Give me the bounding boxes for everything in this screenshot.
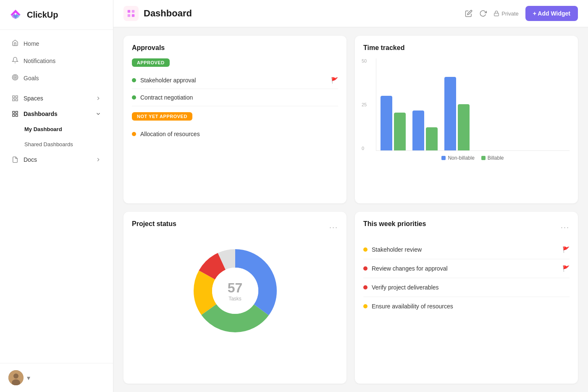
dashboards-chevron-icon — [95, 111, 101, 117]
home-icon — [12, 39, 18, 48]
approval-left-allocation: Allocation of resources — [132, 131, 200, 137]
y-label-25: 25 — [362, 102, 367, 107]
priority-dot-3 — [363, 304, 368, 308]
sidebar-item-home[interactable]: Home — [3, 35, 110, 52]
y-label-0: 0 — [362, 146, 367, 151]
donut-center: 57 Tasks — [228, 280, 243, 302]
bar-group-3 — [444, 77, 470, 150]
svg-rect-19 — [128, 14, 130, 17]
spaces-icon — [12, 95, 18, 102]
main-content: Dashboard Private + Add Widget Approvals… — [113, 0, 588, 392]
header-right: Private + Add Widget — [465, 6, 578, 21]
sidebar-section-dashboards-label: Dashboards — [24, 110, 58, 117]
bar-group-2 — [412, 110, 438, 150]
bar-blue-1 — [381, 96, 392, 150]
dashboards-icon — [12, 110, 18, 117]
sidebar-section-docs[interactable]: Docs — [3, 152, 110, 167]
pencil-icon — [465, 10, 472, 17]
dashboard-icon-box — [123, 6, 139, 21]
y-label-50: 50 — [362, 58, 367, 63]
svg-rect-12 — [13, 114, 15, 116]
bar-green-3 — [458, 104, 470, 150]
sidebar-section-spaces-label: Spaces — [24, 95, 43, 102]
bar-blue-3 — [444, 77, 456, 150]
legend-billable: Billable — [481, 155, 504, 161]
edit-icon-button[interactable] — [465, 10, 472, 17]
approval-left-contract: Contract negotiation — [132, 94, 193, 101]
approvals-title: Approvals — [132, 44, 338, 52]
priority-dot-2 — [363, 285, 368, 289]
svg-point-5 — [15, 77, 16, 78]
orange-dot-allocation — [132, 132, 136, 136]
priority-dot-0 — [363, 247, 368, 252]
svg-rect-11 — [16, 111, 18, 113]
sidebar-item-goals[interactable]: Goals — [3, 70, 110, 87]
svg-rect-20 — [132, 14, 134, 17]
priority-left-3: Ensure availability of resources — [363, 303, 453, 310]
bell-icon — [12, 57, 18, 65]
donut-chart: 57 Tasks — [189, 245, 281, 337]
user-chevron[interactable]: ▾ — [27, 374, 30, 382]
logo-text: ClickUp — [27, 10, 58, 20]
private-label: Private — [494, 11, 518, 17]
donut-label: Tasks — [228, 296, 243, 302]
chart-y-labels: 50 25 0 — [362, 58, 367, 151]
svg-rect-9 — [16, 99, 18, 101]
approval-item-allocation: Allocation of resources — [132, 126, 338, 142]
priority-label-3: Ensure availability of resources — [372, 303, 453, 310]
svg-rect-8 — [13, 99, 15, 101]
svg-marker-0 — [10, 10, 21, 16]
svg-rect-6 — [13, 96, 15, 98]
approval-label-allocation: Allocation of resources — [140, 131, 200, 137]
approved-badge: APPROVED — [132, 58, 170, 67]
shared-dashboards-label: Shared Dashboards — [24, 141, 73, 147]
approval-item-contract: Contract negotiation — [132, 89, 338, 106]
sidebar-item-goals-label: Goals — [24, 75, 39, 82]
docs-icon — [12, 156, 18, 163]
priority-item-2: Verify project deliverables — [363, 278, 570, 297]
sidebar-item-shared-dashboards[interactable]: Shared Dashboards — [16, 137, 110, 152]
sidebar-section-dashboards[interactable]: Dashboards — [3, 106, 110, 121]
approval-item-stakeholder: Stakeholder approval 🚩 — [132, 72, 338, 89]
sidebar-item-notifications[interactable]: Notifications — [3, 53, 110, 69]
donut-number: 57 — [228, 280, 243, 296]
svg-rect-17 — [128, 10, 130, 13]
private-text: Private — [501, 11, 518, 17]
svg-point-4 — [13, 76, 17, 79]
priority-left-1: Review changes for approval — [363, 265, 448, 272]
legend-dot-green — [481, 156, 486, 160]
priorities-header: This week priorities ··· — [363, 220, 570, 234]
priority-left-0: Stakeholder review — [363, 246, 422, 253]
svg-rect-7 — [16, 96, 18, 98]
my-dashboard-label: My Dashboard — [24, 126, 62, 132]
user-avatar[interactable] — [8, 370, 24, 385]
refresh-icon — [479, 10, 487, 17]
svg-rect-10 — [13, 111, 15, 113]
sidebar-navigation: Home Notifications Goals Spaces — [0, 30, 113, 363]
green-dot-contract — [132, 95, 136, 100]
sidebar-section-docs-label: Docs — [24, 156, 37, 163]
legend-billable-label: Billable — [488, 155, 504, 161]
bar-green-2 — [426, 127, 438, 150]
approvals-widget: Approvals APPROVED Stakeholder approval … — [123, 36, 346, 203]
project-status-widget: Project status ··· — [123, 212, 346, 384]
priorities-menu[interactable]: ··· — [561, 223, 570, 232]
not-approved-badge: NOT YET APPROVED — [132, 112, 192, 121]
refresh-icon-button[interactable] — [479, 10, 487, 17]
goals-icon — [12, 74, 18, 82]
add-widget-button[interactable]: + Add Widget — [525, 6, 578, 21]
priority-label-1: Review changes for approval — [372, 265, 448, 272]
svg-rect-18 — [132, 10, 134, 13]
priority-label-2: Verify project deliverables — [372, 284, 439, 291]
bar-group-1 — [381, 96, 406, 150]
time-tracked-title: Time tracked — [363, 44, 570, 52]
priority-label-0: Stakeholder review — [372, 246, 422, 253]
sidebar-section-spaces[interactable]: Spaces — [3, 91, 110, 106]
sidebar-item-my-dashboard[interactable]: My Dashboard — [16, 122, 110, 137]
svg-rect-13 — [16, 114, 18, 116]
priority-dot-1 — [363, 266, 368, 271]
bar-green-1 — [394, 113, 406, 150]
svg-rect-21 — [494, 13, 499, 16]
dashboard-grid: Approvals APPROVED Stakeholder approval … — [113, 27, 588, 392]
project-status-menu[interactable]: ··· — [329, 223, 338, 232]
